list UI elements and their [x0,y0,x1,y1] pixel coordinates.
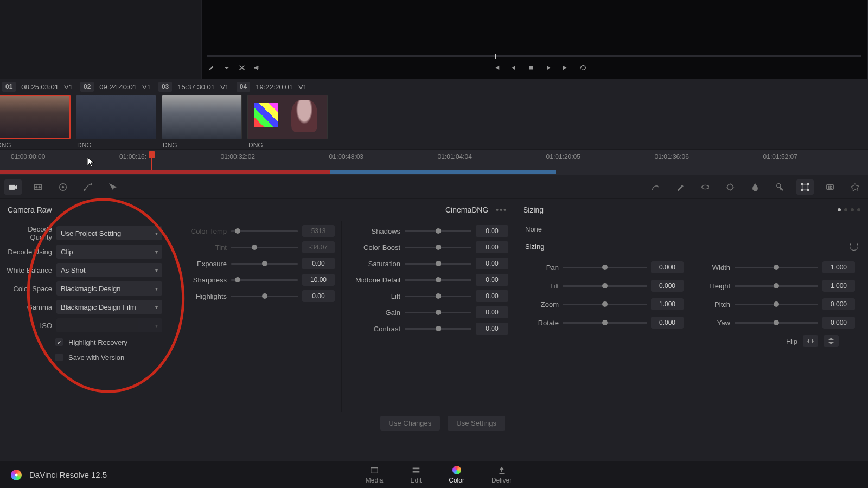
clip-thumb[interactable] [247,95,328,139]
slider[interactable] [405,263,471,265]
svg-rect-0 [529,66,533,70]
svg-rect-20 [371,467,378,469]
chevron-down-icon: ▾ [155,304,158,310]
picker-icon[interactable] [207,63,216,72]
qualifier-icon[interactable] [104,179,122,195]
slider-value[interactable]: 0.00 [302,290,335,302]
slider[interactable] [735,322,818,324]
slider[interactable] [735,267,818,268]
settings-icon[interactable] [846,179,864,195]
clip-thumb[interactable] [76,95,156,139]
tracker-icon[interactable] [722,179,739,195]
tab-color[interactable]: Color [449,465,464,484]
blur-icon[interactable] [746,179,764,195]
slider[interactable] [405,247,471,248]
slider[interactable] [563,322,647,324]
save-with-version-checkbox[interactable] [55,354,63,361]
tab-deliver[interactable]: Deliver [492,465,512,484]
slider[interactable] [231,296,298,297]
slider[interactable] [405,296,471,297]
slider-value[interactable]: 0.00 [476,258,508,269]
slider[interactable] [405,279,471,281]
slider-value[interactable]: 1.000 [651,298,684,310]
slider-value[interactable]: 1.000 [822,280,855,292]
use-settings-button[interactable]: Use Settings [448,416,505,431]
slider-value[interactable]: 0.000 [822,317,855,329]
slider[interactable] [231,230,298,232]
highlight-recovery-checkbox[interactable]: ✓ [55,338,63,346]
slider[interactable] [231,279,298,281]
playhead[interactable] [149,151,155,158]
slider-value[interactable]: 5313 [302,225,335,237]
close-icon[interactable] [238,63,246,72]
clip-thumb[interactable] [0,95,71,139]
page-dots[interactable] [838,208,860,211]
clip-thumb[interactable] [162,95,242,139]
loop-icon[interactable] [579,63,588,72]
slider-value[interactable]: 0.00 [476,225,508,237]
ellipse-icon[interactable] [697,179,714,195]
flip-v-button[interactable] [824,335,839,347]
viewer-scrubber[interactable] [207,55,861,57]
track-segment[interactable] [0,170,330,174]
slider[interactable] [405,328,471,330]
clip-index: 01 [2,82,16,92]
chevron-down-icon: ▾ [155,230,158,236]
slider[interactable] [563,285,647,287]
flip-h-button[interactable] [803,335,818,347]
white-balance-select[interactable]: As Shot▾ [56,263,162,277]
curve-tool-icon[interactable] [647,179,664,195]
slider-value[interactable]: 0.00 [476,306,508,318]
color-wheels-icon[interactable] [29,179,47,195]
slider[interactable] [405,312,471,313]
gamma-select[interactable]: Blackmagic Design Film▾ [56,300,162,314]
use-changes-button[interactable]: Use Changes [380,416,441,431]
slider-value[interactable]: 0.00 [476,274,508,286]
skip-back-icon[interactable] [492,63,501,72]
slider-value[interactable]: 0.00 [476,323,508,335]
slider-value[interactable]: 0.00 [476,241,508,253]
slider-value[interactable]: 10.00 [302,274,335,286]
stop-icon[interactable] [527,63,535,72]
slider-value[interactable]: 0.000 [651,280,684,292]
audio-icon[interactable] [253,63,261,72]
slider-value[interactable]: 0.000 [651,317,684,329]
slider[interactable] [735,285,818,287]
camera-raw-panel: Camera Raw Decode QualityUse Project Set… [0,199,168,434]
curves-icon[interactable] [79,179,97,195]
slider-value[interactable]: 1.000 [822,261,855,273]
svg-rect-1 [9,185,15,189]
slider-value[interactable]: 0.00 [476,290,508,302]
decode-using-select[interactable]: Clip▾ [56,245,162,259]
curves-target-icon[interactable] [54,179,72,195]
slider[interactable] [563,304,647,305]
timeline-ruler[interactable]: 01:00:00:00 01:00:16: 01:00:32:02 01:00:… [0,149,868,175]
reset-icon[interactable] [850,242,858,251]
chevron-down-icon[interactable] [222,63,231,72]
track-segment[interactable] [330,170,556,174]
more-icon[interactable]: ••• [496,206,507,214]
key-icon[interactable] [771,179,789,195]
slider[interactable] [563,267,647,268]
tab-edit[interactable]: Edit [411,465,422,484]
sizing-icon[interactable] [796,179,814,195]
svg-point-4 [39,186,41,188]
skip-fwd-icon[interactable] [561,63,570,72]
slider[interactable] [735,304,818,305]
clip-index: 02 [80,82,94,92]
slider[interactable] [231,263,298,265]
tab-media[interactable]: Media [366,465,384,484]
slider-value[interactable]: 0.000 [822,298,855,310]
step-back-icon[interactable] [509,63,518,72]
slider-value[interactable]: 0.000 [651,261,684,273]
slider[interactable] [405,230,471,232]
camera-icon[interactable] [4,179,22,195]
slider-value[interactable]: 0.00 [302,258,335,269]
slider[interactable] [231,247,298,248]
3d-icon[interactable]: 3D [821,179,839,195]
slider-value[interactable]: -34.07 [302,241,335,253]
decode-quality-select[interactable]: Use Project Setting▾ [56,226,162,240]
color-space-select[interactable]: Blackmagic Design▾ [56,281,162,296]
wand-icon[interactable] [672,179,689,195]
play-icon[interactable] [544,63,553,72]
